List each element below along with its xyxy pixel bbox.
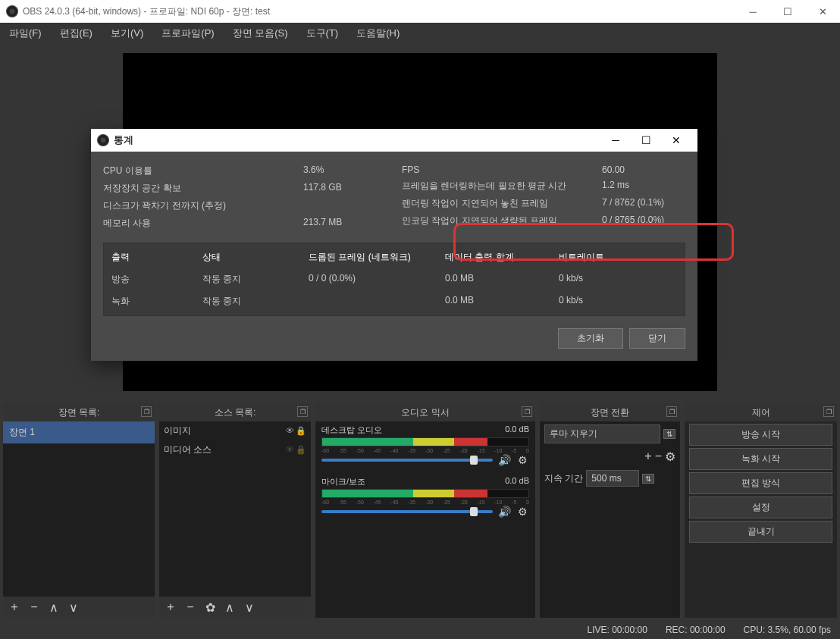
transitions-panel: 장면 전환❐ 루마 지우기 ⇅ + − ⚙ 지속 기간 500 ms ⇅: [540, 403, 680, 618]
menu-scene-collection[interactable]: 장면 모음(S): [230, 24, 291, 42]
controls-panel: 제어❐ 방송 시작 녹화 시작 편집 방식 설정 끝내기: [685, 403, 837, 618]
controls-title: 제어: [752, 406, 770, 419]
scene-item[interactable]: 장면 1: [3, 421, 155, 443]
duration-label: 지속 기간: [544, 472, 583, 485]
scene-up-button[interactable]: ∧: [47, 600, 61, 615]
status-rec: REC: 00:00:00: [666, 625, 726, 635]
source-item[interactable]: 이미지 👁🔒: [159, 421, 311, 440]
menu-tools[interactable]: 도구(T): [303, 24, 342, 42]
source-up-button[interactable]: ∧: [223, 600, 237, 615]
menu-profile[interactable]: 프로파일(P): [158, 24, 217, 42]
mixer-title: 오디오 믹서: [401, 406, 449, 419]
popout-icon[interactable]: ❐: [666, 406, 677, 417]
menu-edit[interactable]: 편집(E): [57, 24, 96, 42]
add-source-button[interactable]: +: [164, 600, 177, 614]
sources-panel: 소스 목록:❐ 이미지 👁🔒 미디어 소스 👁🔒 + − ✿ ∧ ∨: [159, 403, 311, 618]
status-live: LIVE: 00:00:00: [587, 625, 647, 635]
dialog-maximize-button[interactable]: ☐: [631, 129, 661, 152]
main-titlebar: OBS 24.0.3 (64-bit, windows) - 프로파일: NDI…: [0, 0, 840, 23]
scenes-panel: 장면 목록:❐ 장면 1 + − ∧ ∨: [3, 403, 155, 618]
chevron-updown-icon[interactable]: ⇅: [663, 429, 675, 439]
obs-logo-icon: [97, 134, 109, 146]
audio-track: 마이크/보조0.0 dB -60-55-50-45-40-35-30-25-20…: [315, 473, 535, 525]
gear-icon[interactable]: ⚙: [516, 505, 529, 518]
add-scene-button[interactable]: +: [8, 600, 21, 614]
transitions-title: 장면 전환: [591, 406, 629, 419]
add-transition-button[interactable]: +: [644, 449, 651, 464]
visibility-icon[interactable]: 👁: [286, 445, 294, 455]
source-props-button[interactable]: ✿: [203, 600, 217, 615]
menu-view[interactable]: 보기(V): [108, 24, 146, 42]
lock-icon[interactable]: 🔒: [296, 426, 306, 436]
transition-gear-icon[interactable]: ⚙: [665, 449, 675, 464]
spinner-icon[interactable]: ⇅: [642, 474, 654, 484]
reset-button[interactable]: 초기화: [558, 328, 623, 349]
remove-transition-button[interactable]: −: [655, 449, 662, 464]
popout-icon[interactable]: ❐: [823, 406, 834, 417]
start-streaming-button[interactable]: 방송 시작: [689, 424, 832, 446]
status-cpu: CPU: 3.5%, 60.00 fps: [744, 625, 831, 635]
volume-slider[interactable]: [321, 510, 493, 513]
minimize-button[interactable]: ─: [735, 0, 770, 23]
transition-select[interactable]: 루마 지우기: [544, 424, 660, 443]
vu-meter: [321, 437, 529, 446]
sources-title: 소스 목록:: [215, 406, 256, 419]
audio-track: 데스크탑 오디오0.0 dB -60-55-50-45-40-35-30-25-…: [315, 421, 535, 473]
popout-icon[interactable]: ❐: [141, 406, 152, 417]
table-row: 방송 작동 중지 0 / 0 (0.0%) 0.0 MB 0 kb/s: [104, 268, 685, 290]
mixer-panel: 오디오 믹서❐ 데스크탑 오디오0.0 dB -60-55-50-45-40-3…: [315, 403, 535, 618]
visibility-icon[interactable]: 👁: [286, 426, 294, 436]
source-down-button[interactable]: ∨: [243, 600, 256, 615]
obs-logo-icon: [6, 5, 18, 17]
popout-icon[interactable]: ❐: [522, 406, 532, 417]
start-recording-button[interactable]: 녹화 시작: [689, 448, 832, 470]
gear-icon[interactable]: ⚙: [516, 453, 529, 467]
studio-mode-button[interactable]: 편집 방식: [689, 472, 832, 494]
dialog-close-button[interactable]: ✕: [661, 129, 691, 152]
vu-meter: [321, 489, 529, 498]
menubar: 파일(F) 편집(E) 보기(V) 프로파일(P) 장면 모음(S) 도구(T)…: [0, 23, 840, 44]
menu-file[interactable]: 파일(F): [6, 24, 45, 42]
close-button[interactable]: 닫기: [629, 328, 685, 349]
remove-source-button[interactable]: −: [183, 600, 197, 614]
popout-icon[interactable]: ❐: [297, 406, 308, 417]
settings-button[interactable]: 설정: [689, 496, 832, 518]
window-title: OBS 24.0.3 (64-bit, windows) - 프로파일: NDI…: [23, 5, 735, 18]
speaker-icon[interactable]: 🔊: [497, 505, 511, 518]
statusbar: LIVE: 00:00:00 REC: 00:00:00 CPU: 3.5%, …: [0, 621, 840, 639]
maximize-button[interactable]: ☐: [770, 0, 805, 23]
stats-dialog: 통계 ─ ☐ ✕ CPU 이용률3.6% 저장장치 공간 확보117.8 GB …: [91, 129, 697, 361]
menu-help[interactable]: 도움말(H): [353, 24, 403, 42]
lock-icon[interactable]: 🔒: [296, 445, 306, 455]
exit-button[interactable]: 끝내기: [689, 521, 832, 543]
close-button[interactable]: ✕: [805, 0, 840, 23]
scene-down-button[interactable]: ∨: [67, 600, 80, 615]
dialog-minimize-button[interactable]: ─: [600, 129, 631, 152]
remove-scene-button[interactable]: −: [27, 600, 41, 614]
scenes-title: 장면 목록:: [58, 406, 100, 419]
stats-title: 통계: [114, 133, 600, 147]
duration-input[interactable]: 500 ms: [586, 470, 639, 487]
source-item[interactable]: 미디어 소스 👁🔒: [159, 440, 311, 459]
speaker-icon[interactable]: 🔊: [497, 453, 511, 467]
volume-slider[interactable]: [321, 459, 493, 462]
stats-output-table: 출력 상태 드롭된 프레임 (네트워크) 데이터 출력 합계 비트레이트 방송 …: [103, 243, 685, 316]
table-row: 녹화 작동 중지 0.0 MB 0 kb/s: [104, 290, 685, 312]
